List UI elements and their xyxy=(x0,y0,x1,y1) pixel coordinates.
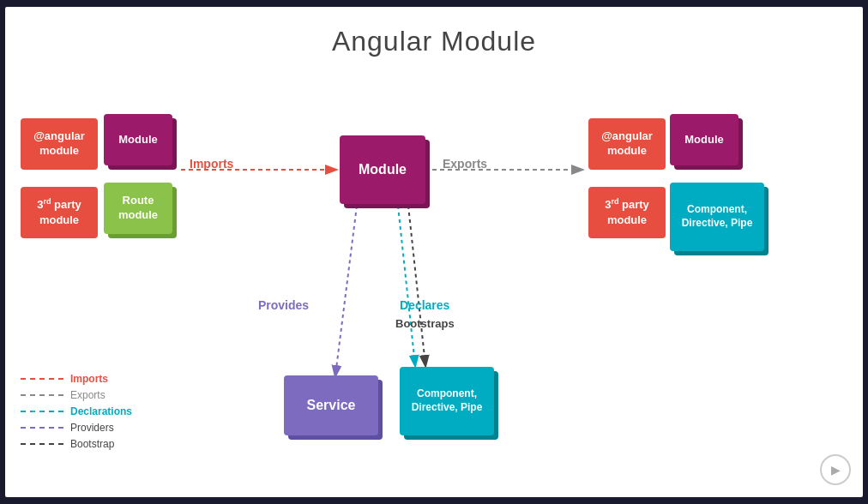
legend-label-imports: Imports xyxy=(70,373,108,385)
slide: Angular Module xyxy=(5,7,863,497)
legend-line-bootstrap xyxy=(21,443,63,445)
legend-label-providers: Providers xyxy=(70,422,114,434)
service-box: Service xyxy=(284,375,378,435)
declares-label: Declares xyxy=(400,298,449,312)
legend-item-bootstrap: Bootstrap xyxy=(21,438,132,450)
legend-label-declarations: Declarations xyxy=(70,405,132,417)
legend-line-declarations xyxy=(21,411,63,412)
center-module-box: Module xyxy=(340,135,425,204)
component-right-box: Component, Directive, Pipe xyxy=(670,183,764,251)
bootstraps-label: Bootstraps xyxy=(395,317,455,330)
svg-line-4 xyxy=(408,206,425,365)
angular-module-left-box: @angular module xyxy=(21,118,98,170)
legend-label-bootstrap: Bootstrap xyxy=(70,438,114,450)
legend-line-imports xyxy=(21,378,63,380)
legend-line-exports xyxy=(21,394,63,396)
legend-item-declarations: Declarations xyxy=(21,405,132,417)
component-bottom-box: Component, Directive, Pipe xyxy=(400,367,494,435)
third-party-left-box: 3rd party module xyxy=(21,187,98,238)
module-left-box: Module xyxy=(104,114,172,165)
legend-item-exports: Exports xyxy=(21,389,132,401)
module-right-box: Module xyxy=(670,114,738,165)
legend-item-imports: Imports xyxy=(21,373,132,385)
page-title: Angular Module xyxy=(5,7,863,57)
legend-line-providers xyxy=(21,427,63,429)
svg-line-3 xyxy=(398,206,415,365)
imports-label: Imports xyxy=(190,157,233,171)
legend-item-providers: Providers xyxy=(21,422,132,434)
svg-line-2 xyxy=(335,206,357,375)
route-module-box: Route module xyxy=(104,183,172,234)
legend-label-exports: Exports xyxy=(70,389,105,401)
exports-label: Exports xyxy=(443,157,487,171)
play-button[interactable]: ▶ xyxy=(820,454,851,485)
angular-module-right-box: @angular module xyxy=(588,118,666,170)
legend: Imports Exports Declarations Providers B… xyxy=(21,373,132,454)
third-party-right-box: 3rd party module xyxy=(588,187,666,238)
provides-label: Provides xyxy=(258,298,309,312)
